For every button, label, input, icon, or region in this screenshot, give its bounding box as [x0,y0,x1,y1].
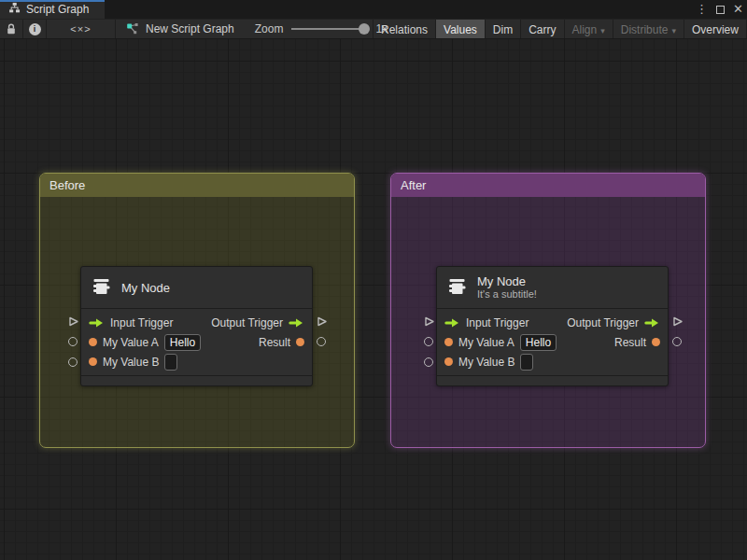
info-button[interactable]: i [23,20,47,38]
ext-output-trigger-port[interactable] [315,315,328,328]
node-footer [437,376,668,385]
group-after[interactable]: After [390,173,706,448]
node-header[interactable]: My Node It's a subtitle! [437,267,668,308]
zoom-slider[interactable] [291,28,368,30]
node-header[interactable]: My Node [81,267,312,308]
trigger-in-port-icon[interactable] [444,317,460,329]
graph-asset-selector[interactable]: New Script Graph [126,20,234,38]
value-a-row: My Value A Hello Result [81,332,312,352]
node-ports: Input Trigger Output Trigger [81,309,312,375]
graph-asset-label: New Script Graph [146,22,234,35]
node-footer [81,376,312,385]
group-after-title: After [401,178,426,192]
input-trigger-label: Input Trigger [466,316,529,329]
ext-value-b-port[interactable] [422,356,435,369]
chevron-down-icon: ▾ [600,26,605,35]
value-b-input[interactable] [164,354,177,371]
graph-hierarchy-icon [8,2,21,17]
node-ports: Input Trigger Output Trigger [437,309,668,375]
tab-script-graph[interactable]: Script Graph [0,0,105,19]
values-button[interactable]: Values [435,20,485,39]
value-b-row: My Value B [437,352,668,371]
align-dropdown[interactable]: Align ▾ [564,20,613,39]
zoom-label: Zoom [255,22,284,35]
node-my-node-before[interactable]: My Node Input Trigger [80,266,313,386]
value-a-port-icon[interactable] [444,338,453,346]
value-a-label: My Value A [103,336,159,349]
value-b-label: My Value B [458,356,514,369]
unit-node-icon [446,275,469,301]
dim-button[interactable]: Dim [485,20,520,39]
script-graph-window: Script Graph ⋮ ✕ i <×> [0,0,747,560]
maximize-icon[interactable] [716,6,725,14]
group-before-title: Before [49,178,85,192]
result-port-icon[interactable] [296,338,304,346]
group-before[interactable]: Before [39,173,355,448]
value-b-port-icon[interactable] [89,357,97,366]
active-tab-accent [0,0,105,2]
graph-canvas[interactable]: Before [0,39,747,560]
zoom-control: Zoom 1x [255,20,388,38]
relations-button[interactable]: Relations [373,20,435,39]
unit-node-icon [91,275,113,301]
code-view-icon: <×> [70,23,91,35]
info-icon: i [29,23,41,35]
overview-button[interactable]: Overview [684,20,746,39]
value-b-row: My Value B [81,352,312,371]
lock-button[interactable] [0,20,23,38]
output-trigger-label: Output Trigger [211,316,283,329]
value-a-input[interactable]: Hello [164,334,201,351]
zoom-slider-handle[interactable] [359,23,370,35]
trigger-row: Input Trigger Output Trigger [437,313,668,332]
toolbar-toggle-group: Relations Values Dim Carry Align ▾ Distr… [373,20,747,39]
value-a-row: My Value A Hello Result [437,332,668,352]
ext-result-port[interactable] [670,335,684,348]
node-subtitle: It's a subtitle! [477,288,537,301]
value-a-input[interactable]: Hello [520,334,557,351]
tab-title: Script Graph [26,3,89,16]
ext-input-trigger-port[interactable] [66,315,79,328]
ext-output-trigger-port[interactable] [670,315,684,328]
ext-result-port[interactable] [315,335,328,348]
tab-strip: Script Graph ⋮ ✕ [0,0,747,19]
value-b-port-icon[interactable] [444,357,453,366]
lock-icon [6,23,17,35]
input-trigger-label: Input Trigger [110,316,173,329]
carry-button[interactable]: Carry [520,20,563,39]
value-b-input[interactable] [520,354,533,371]
trigger-row: Input Trigger Output Trigger [81,313,312,332]
node-title: My Node [121,281,170,295]
graph-toolbar: i <×> New Script Graph Zoom 1x Relations [0,19,747,39]
value-b-label: My Value B [103,356,159,369]
group-after-header[interactable]: After [391,174,705,197]
result-port-icon[interactable] [652,338,660,346]
graph-asset-icon [126,22,139,35]
ext-value-a-port[interactable] [66,335,79,348]
distribute-dropdown[interactable]: Distribute ▾ [613,20,684,39]
node-my-node-after[interactable]: My Node It's a subtitle! Input Trigger [436,266,669,386]
result-label: Result [259,336,290,349]
ext-input-trigger-port[interactable] [422,315,435,328]
trigger-out-port-icon[interactable] [289,317,304,329]
ext-value-b-port[interactable] [66,356,79,369]
window-controls: ⋮ ✕ [696,0,743,19]
ext-value-a-port[interactable] [422,335,435,348]
close-icon[interactable]: ✕ [733,0,743,19]
value-a-label: My Value A [458,336,514,349]
trigger-in-port-icon[interactable] [89,317,105,329]
chevron-down-icon: ▾ [671,26,676,35]
window-menu-icon[interactable]: ⋮ [696,0,708,19]
trigger-out-port-icon[interactable] [644,317,660,329]
result-label: Result [614,336,646,349]
code-view-button[interactable]: <×> [47,20,116,38]
output-trigger-label: Output Trigger [567,316,639,329]
value-a-port-icon[interactable] [89,338,97,346]
node-title: My Node [477,274,537,288]
group-before-header[interactable]: Before [40,174,354,197]
